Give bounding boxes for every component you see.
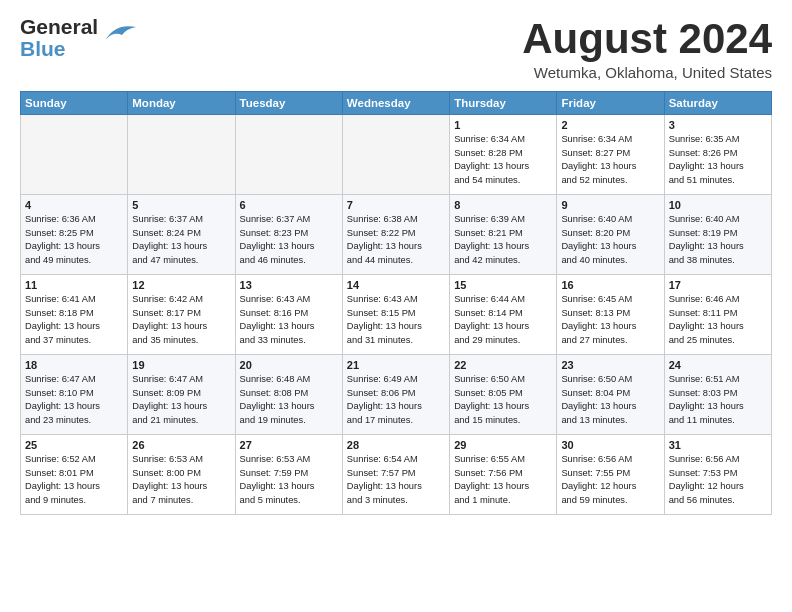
day-number: 7 [347, 199, 445, 211]
day-cell: 9Sunrise: 6:40 AM Sunset: 8:20 PM Daylig… [557, 195, 664, 275]
day-info: Sunrise: 6:47 AM Sunset: 8:09 PM Dayligh… [132, 373, 230, 427]
header: General Blue August 2024 Wetumka, Oklaho… [20, 16, 772, 81]
day-cell: 16Sunrise: 6:45 AM Sunset: 8:13 PM Dayli… [557, 275, 664, 355]
day-number: 14 [347, 279, 445, 291]
day-cell: 27Sunrise: 6:53 AM Sunset: 7:59 PM Dayli… [235, 435, 342, 515]
day-info: Sunrise: 6:37 AM Sunset: 8:23 PM Dayligh… [240, 213, 338, 267]
day-cell: 2Sunrise: 6:34 AM Sunset: 8:27 PM Daylig… [557, 115, 664, 195]
day-info: Sunrise: 6:37 AM Sunset: 8:24 PM Dayligh… [132, 213, 230, 267]
day-number: 21 [347, 359, 445, 371]
day-cell: 15Sunrise: 6:44 AM Sunset: 8:14 PM Dayli… [450, 275, 557, 355]
day-cell: 18Sunrise: 6:47 AM Sunset: 8:10 PM Dayli… [21, 355, 128, 435]
day-cell: 29Sunrise: 6:55 AM Sunset: 7:56 PM Dayli… [450, 435, 557, 515]
weekday-monday: Monday [128, 92, 235, 115]
day-info: Sunrise: 6:50 AM Sunset: 8:04 PM Dayligh… [561, 373, 659, 427]
week-row-4: 18Sunrise: 6:47 AM Sunset: 8:10 PM Dayli… [21, 355, 772, 435]
day-cell: 6Sunrise: 6:37 AM Sunset: 8:23 PM Daylig… [235, 195, 342, 275]
day-info: Sunrise: 6:42 AM Sunset: 8:17 PM Dayligh… [132, 293, 230, 347]
day-info: Sunrise: 6:43 AM Sunset: 8:15 PM Dayligh… [347, 293, 445, 347]
day-info: Sunrise: 6:53 AM Sunset: 8:00 PM Dayligh… [132, 453, 230, 507]
day-cell: 31Sunrise: 6:56 AM Sunset: 7:53 PM Dayli… [664, 435, 771, 515]
day-number: 16 [561, 279, 659, 291]
day-number: 5 [132, 199, 230, 211]
weekday-header-row: SundayMondayTuesdayWednesdayThursdayFrid… [21, 92, 772, 115]
day-info: Sunrise: 6:49 AM Sunset: 8:06 PM Dayligh… [347, 373, 445, 427]
day-number: 15 [454, 279, 552, 291]
day-number: 19 [132, 359, 230, 371]
day-info: Sunrise: 6:45 AM Sunset: 8:13 PM Dayligh… [561, 293, 659, 347]
day-number: 12 [132, 279, 230, 291]
day-info: Sunrise: 6:39 AM Sunset: 8:21 PM Dayligh… [454, 213, 552, 267]
day-info: Sunrise: 6:52 AM Sunset: 8:01 PM Dayligh… [25, 453, 123, 507]
day-number: 20 [240, 359, 338, 371]
day-number: 8 [454, 199, 552, 211]
day-cell: 1Sunrise: 6:34 AM Sunset: 8:28 PM Daylig… [450, 115, 557, 195]
weekday-tuesday: Tuesday [235, 92, 342, 115]
logo: General Blue [20, 16, 140, 60]
day-info: Sunrise: 6:34 AM Sunset: 8:27 PM Dayligh… [561, 133, 659, 187]
day-number: 23 [561, 359, 659, 371]
day-cell: 11Sunrise: 6:41 AM Sunset: 8:18 PM Dayli… [21, 275, 128, 355]
day-info: Sunrise: 6:34 AM Sunset: 8:28 PM Dayligh… [454, 133, 552, 187]
week-row-2: 4Sunrise: 6:36 AM Sunset: 8:25 PM Daylig… [21, 195, 772, 275]
day-info: Sunrise: 6:50 AM Sunset: 8:05 PM Dayligh… [454, 373, 552, 427]
day-number: 11 [25, 279, 123, 291]
week-row-5: 25Sunrise: 6:52 AM Sunset: 8:01 PM Dayli… [21, 435, 772, 515]
day-cell: 22Sunrise: 6:50 AM Sunset: 8:05 PM Dayli… [450, 355, 557, 435]
week-row-1: 1Sunrise: 6:34 AM Sunset: 8:28 PM Daylig… [21, 115, 772, 195]
day-info: Sunrise: 6:43 AM Sunset: 8:16 PM Dayligh… [240, 293, 338, 347]
day-number: 13 [240, 279, 338, 291]
day-info: Sunrise: 6:48 AM Sunset: 8:08 PM Dayligh… [240, 373, 338, 427]
day-info: Sunrise: 6:51 AM Sunset: 8:03 PM Dayligh… [669, 373, 767, 427]
day-cell: 10Sunrise: 6:40 AM Sunset: 8:19 PM Dayli… [664, 195, 771, 275]
day-cell: 14Sunrise: 6:43 AM Sunset: 8:15 PM Dayli… [342, 275, 449, 355]
page: General Blue August 2024 Wetumka, Oklaho… [0, 0, 792, 525]
month-title: August 2024 [522, 16, 772, 62]
day-number: 24 [669, 359, 767, 371]
day-number: 2 [561, 119, 659, 131]
day-cell [235, 115, 342, 195]
day-cell: 23Sunrise: 6:50 AM Sunset: 8:04 PM Dayli… [557, 355, 664, 435]
day-info: Sunrise: 6:55 AM Sunset: 7:56 PM Dayligh… [454, 453, 552, 507]
day-cell: 21Sunrise: 6:49 AM Sunset: 8:06 PM Dayli… [342, 355, 449, 435]
day-number: 25 [25, 439, 123, 451]
day-number: 1 [454, 119, 552, 131]
day-number: 3 [669, 119, 767, 131]
day-number: 29 [454, 439, 552, 451]
day-cell: 13Sunrise: 6:43 AM Sunset: 8:16 PM Dayli… [235, 275, 342, 355]
day-cell: 4Sunrise: 6:36 AM Sunset: 8:25 PM Daylig… [21, 195, 128, 275]
day-cell: 25Sunrise: 6:52 AM Sunset: 8:01 PM Dayli… [21, 435, 128, 515]
calendar-table: SundayMondayTuesdayWednesdayThursdayFrid… [20, 91, 772, 515]
day-info: Sunrise: 6:36 AM Sunset: 8:25 PM Dayligh… [25, 213, 123, 267]
day-number: 4 [25, 199, 123, 211]
weekday-wednesday: Wednesday [342, 92, 449, 115]
location: Wetumka, Oklahoma, United States [522, 64, 772, 81]
day-number: 31 [669, 439, 767, 451]
day-info: Sunrise: 6:40 AM Sunset: 8:20 PM Dayligh… [561, 213, 659, 267]
day-info: Sunrise: 6:53 AM Sunset: 7:59 PM Dayligh… [240, 453, 338, 507]
weekday-friday: Friday [557, 92, 664, 115]
day-cell: 12Sunrise: 6:42 AM Sunset: 8:17 PM Dayli… [128, 275, 235, 355]
day-number: 10 [669, 199, 767, 211]
day-cell: 20Sunrise: 6:48 AM Sunset: 8:08 PM Dayli… [235, 355, 342, 435]
day-number: 30 [561, 439, 659, 451]
day-info: Sunrise: 6:56 AM Sunset: 7:53 PM Dayligh… [669, 453, 767, 507]
weekday-sunday: Sunday [21, 92, 128, 115]
day-info: Sunrise: 6:41 AM Sunset: 8:18 PM Dayligh… [25, 293, 123, 347]
day-info: Sunrise: 6:46 AM Sunset: 8:11 PM Dayligh… [669, 293, 767, 347]
day-info: Sunrise: 6:35 AM Sunset: 8:26 PM Dayligh… [669, 133, 767, 187]
day-cell [342, 115, 449, 195]
day-cell: 19Sunrise: 6:47 AM Sunset: 8:09 PM Dayli… [128, 355, 235, 435]
logo-general: General [20, 16, 98, 38]
day-number: 26 [132, 439, 230, 451]
day-number: 18 [25, 359, 123, 371]
day-info: Sunrise: 6:47 AM Sunset: 8:10 PM Dayligh… [25, 373, 123, 427]
day-info: Sunrise: 6:56 AM Sunset: 7:55 PM Dayligh… [561, 453, 659, 507]
day-number: 22 [454, 359, 552, 371]
day-cell [21, 115, 128, 195]
day-info: Sunrise: 6:38 AM Sunset: 8:22 PM Dayligh… [347, 213, 445, 267]
day-number: 9 [561, 199, 659, 211]
weekday-saturday: Saturday [664, 92, 771, 115]
day-cell: 3Sunrise: 6:35 AM Sunset: 8:26 PM Daylig… [664, 115, 771, 195]
day-cell: 26Sunrise: 6:53 AM Sunset: 8:00 PM Dayli… [128, 435, 235, 515]
